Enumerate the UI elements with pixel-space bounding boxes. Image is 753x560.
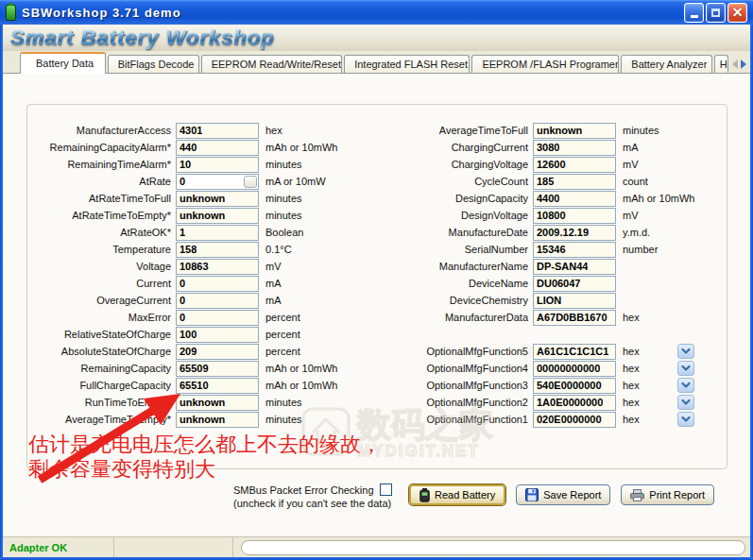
field-unit: minutes [265,414,302,425]
field-value[interactable]: DU06047 [533,276,616,292]
field-value-text: unknown [180,414,225,425]
spin-button[interactable] [244,176,257,188]
field-value[interactable]: 0 [176,310,259,326]
field-unit: percent [265,329,300,340]
field-value[interactable]: LION [533,293,616,309]
field-value[interactable]: unknown [176,412,259,428]
logo-bar: Smart Battery Workshop [3,25,750,51]
field-label: OptionalMfgFunction5 [416,346,533,357]
field-value-text: unknown [180,397,225,408]
battery-icon [419,488,430,502]
field-unit: mAh or 10mWh [265,380,337,391]
field-label: AbsoluteStateOfCharge [34,346,176,357]
field-value-text: 440 [180,142,197,153]
field-value[interactable]: 209 [176,344,259,360]
chevron-down-icon[interactable] [677,395,694,410]
field-value[interactable]: 158 [176,242,259,258]
field-value-text: 100 [180,329,197,340]
field-value[interactable]: 440 [176,140,259,156]
field-label: RemainingCapacityAlarm* [34,142,176,153]
field-label: CycleCount [416,176,533,187]
field-unit: minutes [265,210,302,221]
field-unit: hex [623,312,640,323]
field-unit: hex [623,397,659,408]
field-label: Temperature [34,244,176,255]
field-unit: hex [623,414,659,425]
field-value[interactable]: 020E0000000 [533,412,616,428]
field-value[interactable]: 10800 [533,208,616,224]
field-value-text: 10 [180,159,191,170]
print-report-button[interactable]: Print Report [621,484,714,505]
field-unit: mA [623,142,639,153]
field-value[interactable]: unknown [176,208,259,224]
field-value[interactable]: 540E0000000 [533,378,616,394]
minimize-button[interactable] [684,3,704,23]
left-field-column: ManufacturerAccess4301hexRemainingCapaci… [34,122,337,428]
field-row: ManufactureDate2009.12.19y.m.d. [416,224,694,241]
save-report-button[interactable]: Save Report [516,484,610,505]
maximize-button[interactable] [706,3,726,23]
field-value[interactable]: unknown [533,123,616,139]
tab-battery-data[interactable]: Battery Data [20,52,106,74]
field-row: RemainingCapacityAlarm*440mAh or 10mWh [34,139,337,156]
field-row: RemainingCapacity65509mAh or 10mWh [34,360,337,377]
field-value[interactable]: 4400 [533,191,616,207]
app-window: SBWorkshop 3.71 demo ✕ Smart Battery Wor… [0,0,753,560]
field-label: ChargingCurrent [416,142,533,153]
field-value[interactable]: 1A0E0000000 [533,395,616,411]
window-titlebar: SBWorkshop 3.71 demo ✕ [0,0,753,25]
field-value[interactable]: 3080 [533,140,616,156]
right-field-column: AverageTimeToFullunknownminutesChargingC… [416,122,694,428]
field-value[interactable]: 65509 [176,361,259,377]
field-value[interactable]: 12600 [533,157,616,173]
field-row: MaxError0percent [34,309,337,326]
tab-bitflags-decode[interactable]: BitFlags Decode [108,55,199,73]
field-unit: mA or 10mW [265,176,326,187]
save-report-label: Save Report [543,489,601,501]
tab-integrated-flash-reset[interactable]: Integrated FLASH Reset [344,55,470,73]
field-label: AtRateOK* [34,227,176,238]
field-value[interactable]: 100 [176,327,259,343]
field-value[interactable]: 10 [176,157,259,173]
field-value[interactable]: A67D0BB1670 [533,310,616,326]
field-value[interactable]: 185 [533,174,616,190]
app-logo: Smart Battery Workshop [10,25,275,50]
field-value[interactable]: DP-SAN44 [533,259,616,275]
field-value[interactable]: 0 [176,276,259,292]
field-value[interactable]: 0 [176,293,259,309]
field-value-text: 185 [537,176,554,187]
field-value[interactable]: 4301 [176,123,259,139]
tab-battery-analyzer[interactable]: Battery Analyzer [621,55,711,73]
field-row: RemainingTimeAlarm*10minutes [34,156,337,173]
field-value-text: 0 [180,295,185,306]
chevron-down-icon[interactable] [677,412,694,427]
field-value[interactable]: 0 [176,174,259,190]
read-battery-button[interactable]: Read Battery [409,484,505,505]
field-label: DesignVoltage [416,210,533,221]
field-row: AtRate0mA or 10mW [34,173,337,190]
chevron-down-icon[interactable] [677,378,694,393]
field-value[interactable]: unknown [176,191,259,207]
field-row: ManufacturerDataA67D0BB1670hex [416,309,694,326]
field-row: AtRateTimeToFullunknownminutes [34,190,337,207]
tab-scroll-right-icon[interactable] [741,59,746,69]
field-value[interactable]: 65510 [176,378,259,394]
tab-eeprom-flash-programer[interactable]: EEPROM /FLASH Programer [471,55,619,73]
smbus-checkbox[interactable] [380,484,392,496]
chevron-down-icon[interactable] [677,344,694,359]
field-value[interactable]: unknown [176,395,259,411]
tab-scroll-left-icon[interactable] [732,59,738,69]
close-button[interactable]: ✕ [727,3,747,23]
field-value[interactable]: 10863 [176,259,259,275]
field-value[interactable]: 1 [176,225,259,241]
tab-eeprom-read-write-reset[interactable]: EEPROM Read/Write/Reset [201,55,342,73]
field-value[interactable]: 2009.12.19 [533,225,616,241]
floppy-disk-icon [525,488,539,501]
field-value[interactable]: A61C1C1C1C1 [533,344,616,360]
field-unit: minutes [265,397,302,408]
field-value[interactable]: 00000000000 [533,361,616,377]
field-value[interactable]: 15346 [533,242,616,258]
field-label: MaxError [34,312,176,323]
tab-h[interactable]: H [714,55,728,73]
chevron-down-icon[interactable] [677,361,694,376]
